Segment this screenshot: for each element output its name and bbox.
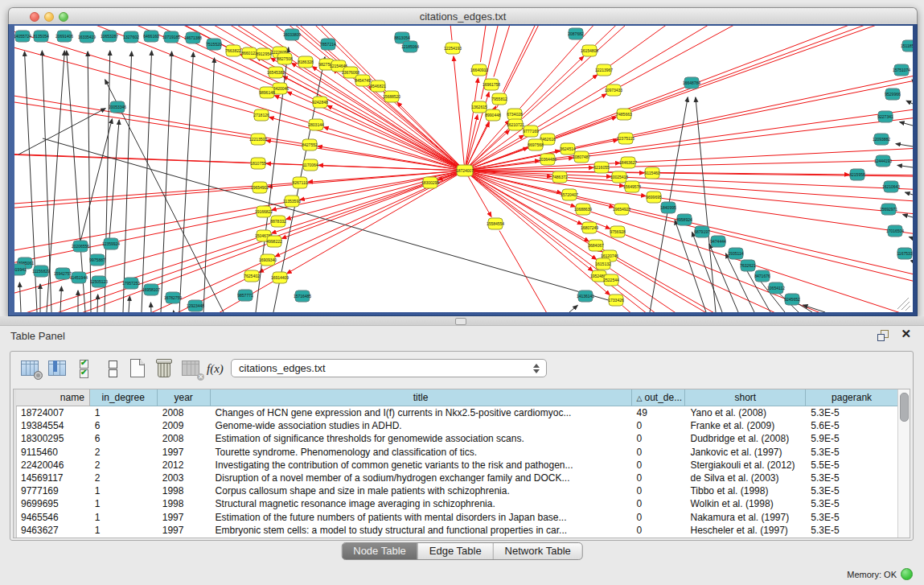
graph-node[interactable]: 19654923: [613, 204, 630, 215]
row-height-icon[interactable]: [102, 358, 123, 379]
column-header-year[interactable]: year: [158, 389, 211, 406]
graph-node[interactable]: 1840995: [660, 202, 676, 213]
graph-node[interactable]: 2087682: [568, 28, 584, 39]
graph-node[interactable]: 7857214: [320, 39, 336, 50]
table-row[interactable]: 1872400712008Changes of HCN gene express…: [16, 406, 898, 419]
graph-node[interactable]: 8912954: [256, 48, 272, 60]
graph-node[interactable]: 12254193: [444, 43, 462, 54]
network-canvas[interactable]: 1405572481350542069140616335419106532871…: [14, 26, 913, 312]
graph-node[interactable]: 9857771: [237, 290, 253, 301]
graph-node[interactable]: 12213503: [249, 134, 267, 145]
graph-node[interactable]: 12213967: [595, 64, 613, 76]
graph-node[interactable]: 9115460: [644, 167, 659, 179]
graph-node[interactable]: 16335419: [78, 31, 96, 43]
graph-node[interactable]: 1362615: [471, 101, 487, 113]
graph-node[interactable]: 11451944: [70, 272, 88, 283]
graph-node[interactable]: 9699695: [646, 192, 662, 203]
graph-node[interactable]: 8186328: [298, 56, 314, 68]
graph-node[interactable]: 20691406: [55, 31, 73, 42]
table-row[interactable]: 1456911722003Disruption of a novel membe…: [16, 472, 898, 484]
graph-node[interactable]: 16154808: [581, 45, 598, 56]
delete-table-icon[interactable]: ✕: [181, 358, 202, 379]
graph-node[interactable]: 15716485: [294, 290, 311, 302]
show-column-icon[interactable]: [47, 358, 68, 379]
graph-node[interactable]: 19654902: [251, 182, 269, 193]
graph-node[interactable]: 16648784: [683, 77, 700, 89]
graph-node[interactable]: 9242848: [312, 97, 328, 108]
table-row[interactable]: 1938455462009Genome-wide association stu…: [16, 419, 898, 432]
table-row[interactable]: 911546021997Tourette syndrome. Phenomeno…: [16, 446, 898, 459]
graph-node[interactable]: 11353593: [283, 196, 301, 207]
graph-node[interactable]: 7955812: [491, 93, 507, 105]
column-header-short[interactable]: short: [685, 389, 806, 406]
graph-node[interactable]: 6697568: [528, 139, 544, 150]
graph-node[interactable]: 9474444: [710, 236, 726, 247]
graph-node[interactable]: 20364486: [539, 154, 556, 165]
graph-node[interactable]: 7663822: [225, 45, 241, 56]
graph-node[interactable]: 15942757: [54, 268, 72, 279]
function-builder-icon[interactable]: f(x): [207, 361, 228, 382]
graph-node[interactable]: 9227341: [877, 111, 893, 122]
graph-node[interactable]: 1167533: [897, 248, 912, 259]
graph-node[interactable]: 2522544: [603, 274, 619, 286]
graph-node[interactable]: 8660123: [241, 47, 257, 59]
column-header-title[interactable]: title: [211, 389, 632, 406]
graph-node[interactable]: 14671388: [184, 32, 202, 43]
graph-node[interactable]: 8990448: [485, 109, 501, 121]
graph-node[interactable]: 10654112: [767, 282, 785, 294]
graph-node[interactable]: 8267110: [292, 177, 307, 188]
graph-node[interactable]: 2718126: [253, 109, 269, 121]
graph-node[interactable]: 1810755: [250, 158, 266, 169]
column-header-pagerank[interactable]: pagerank: [806, 389, 898, 406]
graph-node[interactable]: 1170064: [302, 159, 318, 171]
graph-node[interactable]: 1327602: [123, 31, 139, 43]
graph-node[interactable]: 15692971: [880, 204, 897, 215]
graph-node[interactable]: 12923448: [187, 300, 204, 311]
graph-node[interactable]: 17957253: [122, 278, 140, 289]
graph-node[interactable]: 12359924: [102, 238, 120, 249]
graph-node[interactable]: 16210721: [507, 119, 524, 130]
table-row[interactable]: 2242004622012Investigating the contribut…: [16, 459, 898, 472]
tab-node-table[interactable]: Node Table: [342, 543, 418, 559]
table-row[interactable]: 969969511998Structural magnetic resonanc…: [16, 497, 898, 510]
float-panel-icon[interactable]: [877, 330, 889, 340]
graph-node[interactable]: 18300295: [421, 177, 439, 188]
graph-node[interactable]: 16961758: [483, 79, 500, 90]
graph-node[interactable]: 12375115: [617, 133, 634, 144]
graph-node[interactable]: 3919941: [14, 264, 27, 275]
graph-node[interactable]: 9245652: [784, 294, 800, 305]
graph-node[interactable]: 20053346: [109, 101, 126, 113]
graph-node[interactable]: 18463627: [619, 157, 637, 168]
graph-node[interactable]: 19166822: [255, 206, 273, 217]
graph-node[interactable]: 9975887: [89, 254, 105, 266]
graph-node[interactable]: 6879197: [694, 226, 710, 237]
column-header-out_de[interactable]: △out_de...: [632, 389, 686, 406]
graph-node[interactable]: 2803144: [308, 119, 324, 130]
vertical-scrollbar[interactable]: [897, 389, 910, 538]
graph-node[interactable]: 20206556: [72, 241, 89, 252]
graph-node[interactable]: 8135054: [33, 31, 49, 42]
graph-node[interactable]: 7632621: [740, 260, 756, 271]
select-columns-icon[interactable]: [76, 358, 97, 379]
graph-node[interactable]: 9546821: [370, 80, 386, 92]
delete-rows-icon[interactable]: [154, 358, 175, 379]
graph-node[interactable]: 15118506: [901, 40, 913, 51]
graph-node[interactable]: 7485663: [616, 109, 632, 120]
graph-node[interactable]: 4998222: [266, 236, 282, 247]
graph-node[interactable]: 8878332: [270, 216, 286, 227]
graph-node[interactable]: 7625402: [244, 270, 260, 282]
graph-node[interactable]: 15649578: [623, 181, 641, 192]
graph-node[interactable]: 15584554: [487, 218, 504, 229]
column-header-name[interactable]: name: [16, 389, 90, 406]
graph-node[interactable]: 2935114: [728, 248, 743, 259]
graph-node[interactable]: 1733426: [608, 295, 624, 306]
graph-node[interactable]: 7515520: [206, 39, 222, 50]
new-table-icon[interactable]: [128, 358, 149, 379]
graph-node[interactable]: 9756928: [610, 226, 626, 237]
tab-edge-table[interactable]: Edge Table: [418, 543, 494, 559]
resize-grip-icon[interactable]: [897, 298, 910, 311]
graph-node[interactable]: 7486372: [552, 171, 568, 183]
graph-node[interactable]: 17016504: [886, 225, 904, 237]
graph-node[interactable]: 6466160: [143, 31, 159, 42]
graph-node[interactable]: 10653287: [101, 31, 118, 42]
